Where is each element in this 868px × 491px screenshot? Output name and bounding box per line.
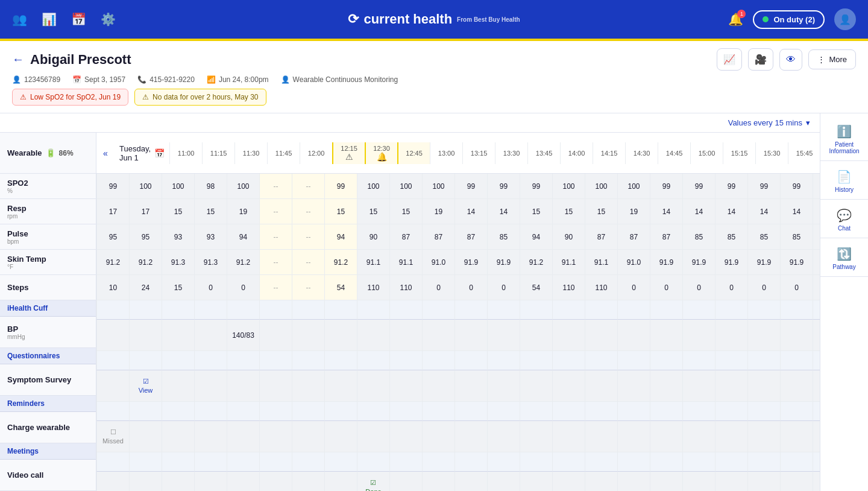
data-cell: --	[292, 199, 324, 224]
on-duty-button[interactable]: On duty (2)	[753, 10, 825, 29]
data-cell: 85	[780, 224, 813, 250]
notification-bell[interactable]: 🔔 1	[728, 12, 743, 27]
bp-cell	[389, 320, 422, 351]
trend-button[interactable]: 📈	[717, 48, 742, 71]
data-cell: 15	[194, 199, 227, 224]
meeting-cell	[617, 472, 650, 491]
data-cell: 0	[617, 275, 650, 300]
spacer-cell	[324, 452, 357, 472]
meeting-cell	[780, 472, 813, 491]
survey-cell	[96, 370, 129, 402]
data-cell: 91.0	[422, 250, 454, 275]
survey-cell	[552, 370, 585, 402]
data-cell: 14	[813, 199, 820, 224]
logo-icon: ⟳	[348, 11, 359, 27]
data-cell: 95	[129, 224, 162, 250]
pathway-icon: 🔃	[837, 247, 852, 261]
spacer-cell	[162, 452, 194, 472]
data-cell: 91.3	[194, 250, 227, 275]
charge-wearable-label: Charge wearable	[0, 412, 96, 443]
alert-spo2[interactable]: ⚠ Low SpO2 for SpO2, Jun 19	[12, 89, 128, 106]
reminder-cell	[259, 421, 292, 452]
meeting-cell	[259, 472, 292, 491]
survey-view-label[interactable]: View	[139, 387, 153, 394]
spacer-cell	[552, 300, 585, 320]
data-cell: --	[259, 250, 292, 275]
more-button[interactable]: ⋮ More	[808, 49, 856, 69]
meeting-cell	[552, 472, 585, 491]
spacer-cell	[520, 452, 552, 472]
survey-cell	[422, 370, 454, 402]
meeting-cell	[454, 472, 487, 491]
data-cell: 15	[162, 199, 194, 224]
values-dropdown[interactable]: Values every 15 mins ▾	[728, 118, 810, 127]
data-cell: 90	[357, 224, 389, 250]
time-cell-11:30: 11:30	[234, 142, 267, 164]
data-cell: 91.2	[520, 250, 552, 275]
data-cell: 87	[585, 224, 617, 250]
spacer-cell	[96, 402, 129, 421]
data-cell: 19	[227, 199, 259, 224]
date-display: Tuesday, Jun 1 📅	[119, 144, 165, 162]
data-cell: 110	[552, 275, 585, 300]
spacer-cell	[780, 300, 813, 320]
meeting-cell	[682, 472, 715, 491]
data-cell: 91.9	[650, 250, 682, 275]
history-panel-btn[interactable]: 📄 History	[820, 163, 868, 200]
meeting-cell	[96, 472, 129, 491]
data-cell: 94	[324, 224, 357, 250]
alert-no-data[interactable]: ⚠ No data for over 2 hours, May 30	[134, 89, 266, 106]
survey-cell	[747, 370, 780, 402]
survey-row: ☑View	[96, 370, 820, 402]
meeting-cell	[422, 472, 454, 491]
spacer-cell	[682, 300, 715, 320]
video-button[interactable]: 🎥	[748, 48, 773, 71]
calendar-icon-date[interactable]: 📅	[154, 148, 165, 158]
patient-info-panel-btn[interactable]: ℹ️ Patient Information	[820, 118, 868, 161]
data-cell: 91.2	[96, 250, 129, 275]
spacer-cell	[585, 351, 617, 370]
meeting-cell	[324, 472, 357, 491]
data-cell: 93	[162, 224, 194, 250]
data-cell: 91.2	[227, 250, 259, 275]
patients-icon[interactable]: 👥	[12, 12, 27, 27]
spacer-cell	[227, 452, 259, 472]
bp-cell	[715, 320, 747, 351]
pathway-panel-btn[interactable]: 🔃 Pathway	[820, 241, 868, 277]
time-cell-15:30: 15:30	[755, 142, 788, 164]
spacer-cell	[292, 402, 324, 421]
survey-cell	[585, 370, 617, 402]
prev-arrow[interactable]: «	[96, 148, 115, 158]
reminder-cell	[389, 421, 422, 452]
chat-panel-btn[interactable]: 💬 Chat	[820, 202, 868, 238]
reminder-cell	[780, 421, 813, 452]
data-cell: 94	[520, 224, 552, 250]
eye-button[interactable]: 👁	[779, 49, 802, 71]
reminder-cell	[715, 421, 747, 452]
spacer-cell	[357, 351, 389, 370]
data-cell: 85	[682, 224, 715, 250]
questionnaires-spacer	[96, 351, 820, 370]
time-cell-14:15: 14:15	[593, 142, 625, 164]
user-avatar[interactable]: 👤	[834, 8, 856, 30]
data-cell: 91.1	[585, 250, 617, 275]
back-button[interactable]: ←	[12, 52, 24, 66]
meeting-cell	[292, 472, 324, 491]
meeting-cell	[389, 472, 422, 491]
analytics-icon[interactable]: 📊	[42, 12, 57, 27]
time-cell-12:00: 12:00	[300, 142, 332, 164]
reminder-cell	[292, 421, 324, 452]
data-cell: 15	[520, 199, 552, 224]
reminder-row: ☐Missed	[96, 421, 820, 452]
battery-icon: 🔋	[46, 148, 55, 157]
calendar-icon[interactable]: 📅	[71, 12, 86, 27]
spacer-cell	[454, 402, 487, 421]
settings-icon[interactable]: ⚙️	[101, 12, 116, 27]
patient-monitoring: 👤 Wearable Continuous Monitoring	[281, 75, 398, 84]
data-cell: 0	[487, 275, 520, 300]
spacer-cell	[813, 402, 820, 421]
skin-temp-label: Skin Temp °F	[0, 250, 96, 275]
spacer-cell	[780, 351, 813, 370]
data-cell: 91.9	[682, 250, 715, 275]
data-cell: 0	[813, 275, 820, 300]
